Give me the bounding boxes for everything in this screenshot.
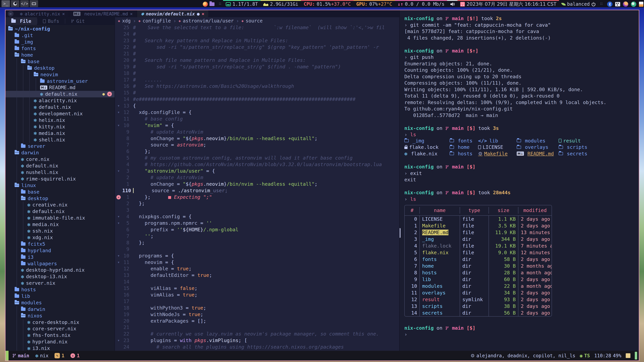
breadcrumb-segment-astronvim/lua/user[interactable]: ◆astronvim/lua/user bbox=[178, 18, 234, 24]
code-line[interactable]: 13 defaultEditor = true; bbox=[115, 272, 399, 279]
tree-item-neovim[interactable]: neovim bbox=[6, 71, 114, 78]
firefox-icon[interactable] bbox=[203, 2, 208, 7]
code-line[interactable]: 6 prefix = ''${HOME}/.npm-global bbox=[115, 226, 399, 233]
code-line[interactable]: 24# bbox=[115, 31, 399, 37]
code-line[interactable]: ▾3 "astronvim/lua/user" = { bbox=[115, 168, 399, 174]
tree-item-hyprland.nix[interactable]: ✻hyprland.nix bbox=[6, 339, 114, 345]
code-line[interactable]: 2 # update AstroNvim bbox=[115, 174, 399, 181]
tree-item-linux[interactable]: linux bbox=[6, 182, 114, 189]
code-line[interactable]: ▾10 programs = { bbox=[115, 252, 399, 259]
code-line[interactable]: 16# See https://astronvim.com/Basic%20Us… bbox=[115, 83, 399, 89]
tree-item-helix.nix[interactable]: ✻helix.nix bbox=[6, 117, 114, 123]
tree-item-README.md[interactable]: M↓README.md bbox=[6, 84, 114, 91]
explorer-tab-bufs[interactable]: Bufs bbox=[37, 17, 65, 25]
code-line[interactable]: ✕1 }; ■ Expecting ";" bbox=[115, 194, 399, 200]
tree-item-server.nix[interactable]: ✻server.nix bbox=[6, 280, 114, 286]
tree-item-core.nix[interactable]: ✻core.nix bbox=[6, 156, 114, 163]
tree-item-default.nix[interactable]: ✻default.nix●✕ bbox=[6, 91, 114, 97]
power-profile[interactable]: balanced bbox=[559, 0, 598, 7]
separator-scrollbar-handle[interactable] bbox=[399, 228, 400, 238]
editor-pane[interactable]: ◆xdg›◆configFile›◆astronvim/lua/user›◆so… bbox=[115, 17, 399, 351]
fold-chevron-icon[interactable]: ▾ bbox=[115, 169, 122, 173]
workspace-terminal-button[interactable]: >_ bbox=[2, 0, 10, 7]
tree-item-modules[interactable]: modules bbox=[6, 299, 114, 306]
tree-item-~/nix-config[interactable]: ~/nix-config bbox=[6, 26, 114, 32]
tree-item-shell.nix[interactable]: ✻shell.nix bbox=[6, 136, 114, 143]
code-line[interactable]: ▾11 neovim = { bbox=[115, 259, 399, 266]
code-line[interactable]: 18# bbox=[115, 70, 399, 76]
tree-item-darwin[interactable]: darwin bbox=[6, 149, 114, 156]
tree-item-desktop[interactable]: desktop bbox=[6, 65, 114, 71]
fold-chevron-icon[interactable]: ▾ bbox=[115, 260, 122, 265]
code-line[interactable]: 12 enable = true; bbox=[115, 266, 399, 272]
tree-item-rime-squirrel.nix[interactable]: ✻rime-squirrel.nix bbox=[6, 175, 114, 182]
close-tab-icon[interactable]: × bbox=[130, 11, 133, 16]
edge-clipped-tray-icon[interactable] bbox=[639, 2, 643, 7]
code-line[interactable]: 8 onChange = "${pkgs.neovim}/bin/nvim --… bbox=[115, 135, 399, 142]
tree-item-server[interactable]: server bbox=[6, 143, 114, 149]
code-line[interactable]: 17# ...... bbox=[115, 76, 399, 83]
tree-item-_img[interactable]: _img bbox=[6, 39, 114, 45]
tree-item-fcitx5[interactable]: fcitx5 bbox=[6, 241, 114, 247]
folder-app-icon[interactable] bbox=[210, 2, 214, 6]
code-line[interactable]: 15# bbox=[115, 89, 399, 96]
tree-item-default.nix[interactable]: ✻default.nix bbox=[6, 208, 114, 215]
firefox-nightly-icon[interactable] bbox=[623, 1, 628, 7]
tree-item-nushell.nix[interactable]: ✻nushell.nix bbox=[6, 169, 114, 176]
code-line[interactable]: 22 # currently we use lazy.nvim as neovi… bbox=[115, 331, 399, 337]
code-line[interactable]: ▾12 xdg.configFile = { bbox=[115, 109, 399, 116]
code-line[interactable]: 7 ''; bbox=[115, 233, 399, 240]
code-line[interactable]: 2 }; bbox=[115, 200, 399, 207]
tree-item-astronvim_user[interactable]: astronvim_user bbox=[6, 78, 114, 84]
code-line[interactable]: 17 bbox=[115, 298, 399, 305]
fold-chevron-icon[interactable]: ▾ bbox=[115, 103, 122, 108]
terminal-input[interactable]: › bbox=[404, 331, 639, 338]
breadcrumb-segment-configFile[interactable]: ◆configFile bbox=[138, 18, 171, 24]
tree-item-darwin[interactable]: darwin bbox=[6, 306, 114, 312]
breadcrumb-segment-xdg[interactable]: ◆xdg bbox=[118, 18, 131, 24]
terminal-pane[interactable]: nix-config on main [$!] took 2s› git com… bbox=[399, 10, 639, 351]
workspace-code-button[interactable]: </> bbox=[20, 0, 29, 7]
fold-chevron-icon[interactable]: ▾ bbox=[115, 110, 122, 115]
code-line[interactable]: 21 bbox=[115, 324, 399, 331]
explorer-tab-file[interactable]: File bbox=[6, 17, 37, 25]
workspace-monitor-button[interactable] bbox=[30, 0, 38, 7]
code-line[interactable]: ▾4 nixpkgs.config = { bbox=[115, 213, 399, 220]
fold-chevron-icon[interactable]: ▾ bbox=[115, 123, 122, 128]
code-line[interactable]: 20 extraPackages = []; bbox=[115, 318, 399, 324]
tree-item-base[interactable]: base bbox=[6, 58, 114, 65]
tree-item-fonts[interactable]: fonts bbox=[6, 45, 114, 52]
code-line[interactable]: 110 source = ./astronvim_user; bbox=[115, 187, 399, 194]
code-line[interactable]: 16 vimAlias = true; bbox=[115, 292, 399, 298]
buffer-tab-alacritty.nix[interactable]: ✻alacritty.nix× bbox=[16, 10, 69, 17]
fold-chevron-icon[interactable]: ▾ bbox=[115, 338, 122, 343]
tree-item-ssh.nix[interactable]: ✻ssh.nix bbox=[6, 228, 114, 234]
tree-item-core-desktop.nix[interactable]: ✻core-desktop.nix bbox=[6, 319, 114, 326]
code-line[interactable]: 8 }; bbox=[115, 239, 399, 246]
tree-item-wallpapers[interactable]: wallpapers bbox=[6, 260, 114, 267]
code-line[interactable]: 19 withNodeJs = true; bbox=[115, 311, 399, 318]
tree-item-alacritty.nix[interactable]: ✻alacritty.nix bbox=[6, 97, 114, 104]
code-line[interactable]: 4 # https://github.com/AstroNvim/AstroNv… bbox=[115, 161, 399, 168]
close-tab-icon[interactable]: × bbox=[62, 11, 65, 16]
code-line[interactable]: ▾13{ bbox=[115, 103, 399, 109]
tree-item-desktop-hyprland.nix[interactable]: ✻desktop-hyprland.nix bbox=[6, 267, 114, 273]
volume[interactable] bbox=[447, 0, 458, 7]
code-line[interactable]: 3 bbox=[115, 207, 399, 213]
tree-item-home[interactable]: home bbox=[6, 52, 114, 58]
tree-item-default.nix[interactable]: ✻default.nix bbox=[6, 163, 114, 169]
tree-item-media.nix[interactable]: ✻media.nix bbox=[6, 130, 114, 136]
code-line[interactable]: 25# Save the selected text to a file: `:… bbox=[115, 24, 399, 31]
code-line[interactable]: ▾23 plugins = with pkgs.vimPlugins; [ bbox=[115, 337, 399, 344]
code-line[interactable]: 1 onChange = "${pkgs.neovim}/bin/nvim --… bbox=[115, 181, 399, 187]
tree-item-creative.nix[interactable]: ✻creative.nix bbox=[6, 202, 114, 208]
explorer-tab-git[interactable]: Git bbox=[65, 17, 90, 25]
code-line[interactable]: 18 withPython3 = true; bbox=[115, 305, 399, 311]
tree-item-desktop[interactable]: desktop bbox=[6, 195, 114, 202]
keyboard-tray-icon[interactable] bbox=[615, 2, 620, 6]
fold-chevron-icon[interactable]: ▾ bbox=[115, 253, 122, 258]
green-app-tray-icon[interactable] bbox=[631, 1, 636, 7]
code-line[interactable]: 14#e####################################… bbox=[115, 96, 399, 103]
fold-chevron-icon[interactable]: ▾ bbox=[115, 221, 122, 225]
tree-item-i3[interactable]: i3 bbox=[6, 254, 114, 260]
